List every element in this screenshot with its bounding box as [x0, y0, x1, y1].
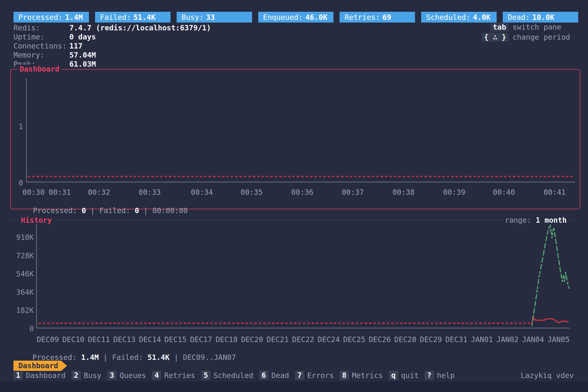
dashboard-chart-canvas: [26, 78, 574, 182]
y-tick-label: 910K: [7, 233, 34, 242]
history-date-range: DEC09..JAN07: [183, 353, 236, 362]
stat-badge-busy: Busy:33: [177, 12, 252, 22]
shortcut-label: Errors: [307, 371, 334, 380]
shortcut-label: Dead: [272, 371, 289, 380]
y-tick-label: 0: [7, 324, 34, 333]
info-row-memory: Memory:57.04M: [14, 50, 211, 60]
x-tick-label: 00:31: [49, 188, 71, 197]
dashboard-ytick-0: 0: [11, 178, 23, 188]
x-tick-label: DEC26: [369, 335, 391, 344]
info-value: 57.04M: [69, 50, 96, 60]
history-x-tick-labels: DEC09DEC10DEC11DEC13DEC14DEC15DEC17DEC18…: [37, 335, 570, 344]
history-failed-value: 51.4K: [148, 353, 170, 362]
stat-badge-label: Processed:: [18, 13, 63, 22]
shortcut-label: Retries: [164, 371, 195, 380]
shortcut-keycap: 6: [259, 371, 268, 380]
info-value: 7.4.7 (redis://localhost:6379/1): [69, 23, 211, 32]
shortcut-label: Scheduled: [214, 371, 253, 380]
history-processed-value: 1.4M: [81, 353, 99, 362]
shortcut-quit[interactable]: qquit: [389, 371, 419, 380]
x-tick-label: DEC10: [62, 335, 84, 344]
border-segment: [569, 220, 574, 220]
x-tick-label: 00:37: [342, 188, 364, 197]
info-value: 0 days: [69, 32, 96, 42]
stat-badge-value: 51.4K: [133, 13, 155, 22]
active-tab-dashboard[interactable]: Dashboard: [14, 361, 67, 371]
shortcut-metrics[interactable]: 8Metrics: [340, 371, 383, 380]
shortcut-retries[interactable]: 4Retries: [152, 371, 195, 380]
info-row-uptime: Uptime:0 days: [14, 32, 211, 42]
separator: |: [170, 353, 183, 362]
shortcut-keycap: 2: [72, 371, 81, 380]
dashboard-failed-value: 0: [135, 206, 139, 215]
dashboard-elapsed-time: 00:00:00: [152, 206, 188, 215]
shortcut-dead[interactable]: 6Dead: [259, 371, 289, 380]
shortcut-dashboard[interactable]: 1Dashboard: [14, 371, 66, 380]
stat-badge-retries: Retries:69: [340, 12, 415, 22]
stat-badge-enqueued: Enqueued:46.0K: [258, 12, 334, 22]
shortcut-keycap: 1: [14, 371, 23, 380]
stat-badge-value: 1.4M: [65, 13, 83, 22]
x-tick-label: 00:33: [139, 188, 161, 197]
x-tick-label: JAN02: [496, 335, 518, 344]
x-tick-label: DEC28: [394, 335, 416, 344]
border-segment: [54, 220, 502, 220]
info-label: Connections:: [14, 42, 69, 50]
y-tick-label: 546K: [7, 269, 34, 278]
x-tick-label: 00:35: [240, 188, 263, 197]
x-tick-label: 00:30: [22, 188, 44, 197]
x-tick-label: JAN04: [522, 335, 544, 344]
shortcut-keycap: q: [389, 371, 398, 380]
history-pane[interactable]: History range: 1 month 0182K364K546K728K…: [0, 216, 588, 353]
stat-badge-processed: Processed:1.4M: [14, 12, 89, 22]
x-tick-label: 00:38: [392, 188, 414, 197]
redis-info-block: Redis:7.4.7 (redis://localhost:6379/1)Up…: [14, 23, 211, 68]
border-segment: [10, 220, 19, 220]
stat-badge-value: 46.0K: [305, 13, 327, 22]
stat-badge-label: Enqueued:: [263, 13, 303, 22]
shortcut-label: quit: [401, 371, 419, 380]
shortcut-queues[interactable]: 3Queues: [107, 371, 146, 380]
shortcut-help[interactable]: ?help: [424, 371, 454, 380]
hint-key-cell: { ∴ }: [481, 32, 512, 42]
dashboard-pane[interactable]: Dashboard 1 0 00:3000:3100:3200:3300:340…: [10, 69, 580, 209]
x-tick-label: 00:39: [443, 188, 465, 197]
stat-badge-label: Scheduled:: [426, 13, 470, 22]
x-tick-label: 00:32: [88, 188, 110, 197]
stats-badge-row: Processed:1.4MFailed:51.4KBusy:33Enqueue…: [14, 12, 578, 22]
info-label: Redis:: [14, 23, 69, 32]
y-tick-label: 182K: [7, 306, 34, 315]
stat-badge-value: 33: [206, 13, 215, 22]
shortcut-keycap: 7: [295, 371, 304, 380]
history-failed-label: Failed:: [112, 353, 143, 362]
dashboard-x-axis: [26, 182, 575, 182]
stat-badge-scheduled: Scheduled:4.0K: [421, 12, 496, 22]
hint-label: change period: [512, 32, 574, 42]
history-range-label: range:: [505, 216, 531, 224]
info-label: Uptime:: [14, 32, 69, 42]
shortcut-keycap: ?: [424, 371, 434, 380]
info-row-connections: Connections:117: [14, 42, 211, 50]
hint-keycap-[interactable]: { ∴ }: [482, 33, 508, 42]
x-tick-label: DEC22: [292, 335, 314, 344]
shortcut-busy[interactable]: 2Busy: [72, 371, 102, 380]
shortcut-keycap: 3: [107, 371, 116, 380]
shortcut-label: Queues: [120, 371, 146, 380]
shortcut-bar: 1Dashboard2Busy3Queues4Retries5Scheduled…: [14, 370, 454, 380]
separator: |: [139, 206, 152, 215]
dashboard-processed-value: 0: [82, 206, 86, 215]
shortcut-keycap: 4: [152, 371, 161, 380]
x-tick-label: JAN05: [548, 335, 570, 344]
shortcut-errors[interactable]: 7Errors: [295, 371, 334, 380]
hint-label: switch pane: [512, 22, 574, 32]
keybinding-hints: tabswitch pane{ ∴ }change period: [481, 22, 574, 42]
stat-badge-failed: Failed:51.4K: [95, 12, 170, 22]
info-label: Memory:: [14, 50, 69, 60]
x-tick-label: DEC21: [266, 335, 288, 344]
history-range-indicator[interactable]: range: 1 month: [502, 216, 569, 225]
hint-keycap-tab[interactable]: tab: [490, 23, 508, 32]
dashboard-processed-label: Processed:: [33, 206, 77, 215]
x-tick-label: 00:34: [191, 188, 213, 197]
history-processed-label: Processed:: [32, 353, 77, 362]
shortcut-scheduled[interactable]: 5Scheduled: [201, 371, 253, 380]
